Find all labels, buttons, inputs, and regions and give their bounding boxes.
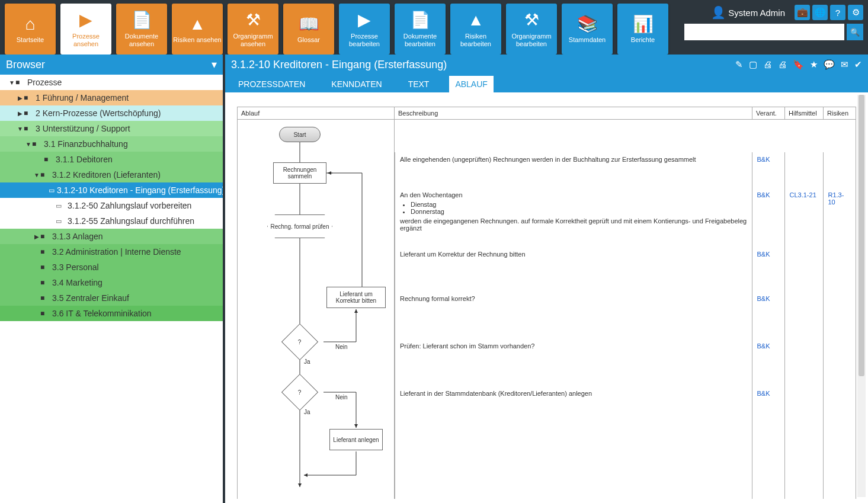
tag-icon: ▶	[79, 10, 92, 30]
edit-icon[interactable]: ✎	[735, 59, 743, 70]
nav-glossar[interactable]: 📖Glossar	[283, 4, 334, 55]
settings-button[interactable]: ⚙	[848, 5, 863, 20]
row-2-desc: An den Wochentagen DienstagDonnerstag we…	[395, 188, 752, 247]
nav-dokumente-bearbeiten[interactable]: 📄Dokumente bearbeiten	[395, 4, 446, 55]
folder-icon: ■	[40, 232, 50, 241]
print-icon[interactable]: 🖨	[763, 59, 772, 70]
col-beschreibung: Beschreibung	[395, 107, 752, 120]
tree-item[interactable]: ▼■3 Unterstützung / Support	[0, 121, 223, 136]
tab-ablauf[interactable]: ABLAUF	[449, 76, 493, 92]
search-input[interactable]	[684, 24, 844, 40]
page-icon: ▭	[56, 202, 65, 210]
tree-item-label: 3 Unterstützung / Support	[36, 124, 130, 133]
row-1-verant[interactable]: B&K	[757, 156, 770, 163]
tree-item[interactable]: ▶■3.1.3 Anlagen	[0, 229, 223, 244]
tab-text[interactable]: TEXT	[402, 76, 435, 92]
report-icon: 📊	[633, 14, 654, 34]
col-hilfsmittel: Hilfsmittel	[785, 107, 824, 120]
tree-item[interactable]: ▼■Prozesse	[0, 75, 223, 90]
row-2-verant[interactable]: B&K	[757, 191, 770, 198]
row-2-risk[interactable]: R1.3-10	[828, 191, 844, 206]
nav-risiken-bearbeiten[interactable]: ▲Risiken bearbeiten	[450, 4, 501, 55]
tree: ▼■Prozesse▶■1 Führung / Management▶■2 Ke…	[0, 75, 223, 503]
nav-startseite[interactable]: ⌂Startseite	[5, 4, 56, 55]
tree-item[interactable]: ▼■3.1.2 Kreditoren (Lieferanten)	[0, 167, 223, 182]
document-edit-icon: 📄	[410, 10, 431, 30]
nav-organigramm-ansehen[interactable]: ⚒Organigramm ansehen	[228, 4, 278, 55]
comment-icon[interactable]: 💬	[824, 59, 835, 70]
page-title: 3.1.2-10 Kreditoren - Eingang (Ersterfas…	[231, 59, 447, 71]
row-3-verant[interactable]: B&K	[757, 251, 770, 258]
row-5-verant[interactable]: B&K	[757, 342, 770, 350]
bookmark-icon[interactable]: 🔖	[793, 59, 804, 70]
nav-risiken-ansehen[interactable]: ▲Risiken ansehen	[172, 4, 223, 55]
col-ablauf: Ablauf	[238, 107, 395, 120]
filter-icon[interactable]: ▾	[212, 58, 217, 71]
nav-prozesse-ansehen[interactable]: ▶Prozesse ansehen	[60, 4, 111, 55]
row-1-desc: Alle eingehenden (ungeprüften) Rechnunge…	[395, 152, 752, 188]
nav-dokumente-ansehen[interactable]: 📄Dokumente ansehen	[116, 4, 167, 55]
fullscreen-icon[interactable]: ▢	[749, 59, 757, 70]
row-6-verant[interactable]: B&K	[757, 390, 770, 397]
books-icon: 📚	[577, 14, 598, 34]
flow-decision-1: ?	[281, 323, 318, 360]
folder-icon: ■	[24, 94, 33, 102]
star-icon[interactable]: ★	[810, 59, 818, 70]
row-2-hilfs[interactable]: CL3.1-21	[790, 191, 816, 198]
tree-item[interactable]: ■3.4 Marketing	[0, 275, 223, 290]
diagram-area: Ablauf Beschreibung Verant. Hilfsmittel …	[225, 92, 868, 503]
row-5-desc: Prüfen: Lieferant schon im Stamm vorhand…	[395, 339, 752, 386]
label-nein-1: Nein	[335, 344, 348, 350]
mail-icon[interactable]: ✉	[841, 59, 848, 70]
col-risiken: Risiken	[824, 107, 856, 120]
tree-item-label: 3.6 IT & Telekomminikation	[52, 309, 152, 318]
folder-icon: ■	[24, 124, 33, 133]
nav-organigramm-bearbeiten[interactable]: ⚒Organigramm bearbeiten	[506, 4, 557, 55]
tree-item[interactable]: ▭3.1.2-10 Kreditoren - Eingang (Ersterfa…	[0, 182, 223, 198]
tree-item[interactable]: ▶■1 Führung / Management	[0, 90, 223, 105]
globe-button[interactable]: 🌐	[812, 5, 828, 20]
tree-item-label: 3.1.2 Kreditoren (Lieferanten)	[52, 170, 161, 180]
nav-berichte[interactable]: 📊Berichte	[617, 4, 668, 55]
flow-rechnungen-sammeln: Rechnungen sammeln	[273, 162, 326, 184]
label-nein-2: Nein	[335, 394, 348, 401]
tree-item[interactable]: ■3.5 Zentraler Einkauf	[0, 290, 223, 306]
top-right: 👤 System Admin 💼 🌐 ? ⚙ 🔍	[684, 4, 863, 55]
flow-table: Ablauf Beschreibung Verant. Hilfsmittel …	[237, 107, 856, 499]
tab-kenndaten[interactable]: KENNDATEN	[325, 76, 387, 92]
help-button[interactable]: ?	[830, 5, 845, 20]
nav-stammdaten[interactable]: 📚Stammdaten	[562, 4, 613, 55]
tree-item[interactable]: ■3.1.1 Debitoren	[0, 152, 223, 167]
flow-korrektur-bitten: Lieferant um Korrektur bitten	[326, 287, 386, 308]
tabs: PROZESSDATEN KENNDATEN TEXT ABLAUF	[225, 75, 868, 92]
row-6-desc: Lieferant in der Stammdatenbank (Kredito…	[395, 386, 752, 499]
scrollbar[interactable]	[857, 95, 866, 497]
tree-item-label: 3.1.2-55 Zahlungslauf durchführen	[68, 216, 194, 226]
tree-item[interactable]: ▼■3.1 Finanzbuchhaltung	[0, 136, 223, 152]
search-button[interactable]: 🔍	[847, 24, 863, 40]
tree-item[interactable]: ▶■2 Kern-Prozesse (Wertschöpfung)	[0, 105, 223, 121]
page-icon: ▭	[49, 187, 55, 194]
tree-item-label: 3.2 Administration | Interne Dienste	[52, 247, 181, 257]
label-ja-2: Ja	[304, 409, 310, 415]
row-4-verant[interactable]: B&K	[757, 295, 770, 302]
tree-item-label: 3.1.2-10 Kreditoren - Eingang (Ersterfas…	[57, 185, 223, 195]
top-toolbar: ⌂Startseite ▶Prozesse ansehen 📄Dokumente…	[0, 0, 868, 55]
warning-edit-icon: ▲	[467, 10, 484, 30]
folder-icon: ■	[40, 294, 50, 302]
tab-prozessdaten[interactable]: PROZESSDATEN	[232, 76, 311, 92]
tree-item[interactable]: ▭3.1.2-50 Zahlungslauf vorbereiten	[0, 198, 223, 213]
tree-item[interactable]: ■3.3 Personal	[0, 259, 223, 275]
tree-item-label: 3.3 Personal	[52, 262, 99, 272]
page-icon: ▭	[56, 217, 65, 225]
nav-prozesse-bearbeiten[interactable]: ▶Prozesse bearbeiten	[339, 4, 390, 55]
briefcase-button[interactable]: 💼	[795, 5, 810, 20]
print-all-icon[interactable]: 🖨	[778, 59, 787, 70]
tree-item[interactable]: ■3.6 IT & Telekomminikation	[0, 306, 223, 321]
document-icon: 📄	[132, 10, 152, 30]
tree-item[interactable]: ■3.2 Administration | Interne Dienste	[0, 244, 223, 259]
folder-icon: ■	[40, 171, 50, 179]
tree-item[interactable]: ▭3.1.2-55 Zahlungslauf durchführen	[0, 213, 223, 229]
tree-item-label: 2 Kern-Prozesse (Wertschöpfung)	[36, 108, 161, 118]
check-icon[interactable]: ✔	[854, 59, 862, 70]
